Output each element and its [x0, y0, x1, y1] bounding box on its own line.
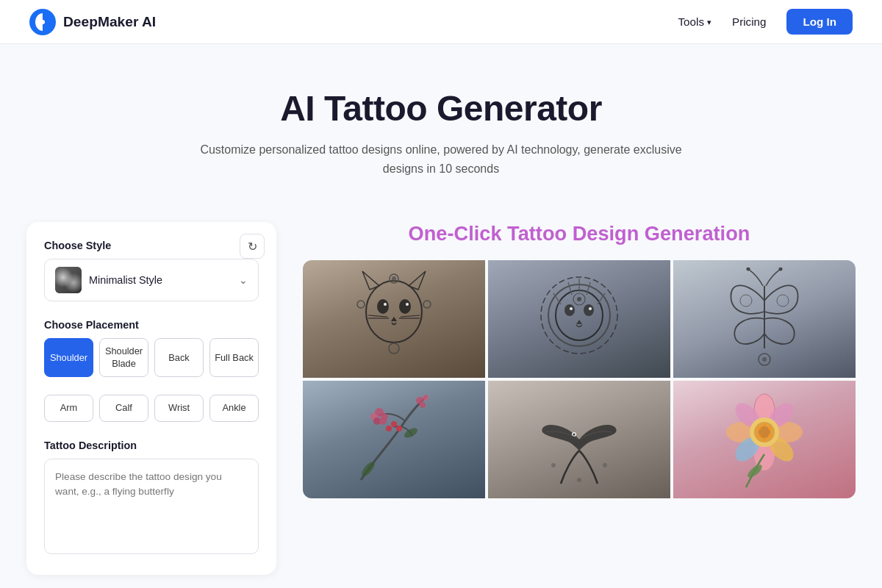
tattoo-overlay-butterfly [673, 260, 856, 378]
placement-full-back[interactable]: Full Back [209, 338, 259, 377]
svg-point-7 [384, 303, 387, 306]
svg-point-53 [577, 478, 581, 482]
style-name: Minimalist Style [89, 274, 162, 286]
brand-name: DeepMaker AI [63, 14, 156, 30]
svg-point-24 [570, 307, 573, 310]
style-dropdown[interactable]: Minimalist Style ⌄ [44, 259, 259, 301]
tattoo-cell-cherry-blossom[interactable] [303, 381, 485, 498]
hero-section: AI Tattoo Generator Customize personaliz… [0, 44, 882, 207]
svg-point-46 [386, 426, 392, 431]
tattoo-grid [303, 260, 856, 498]
svg-marker-9 [391, 317, 397, 321]
description-label: Tattoo Description [44, 440, 259, 451]
history-icon: ↻ [248, 240, 257, 254]
placement-shoulder[interactable]: Shoulder [44, 338, 93, 377]
svg-marker-4 [409, 271, 426, 290]
svg-point-28 [577, 297, 581, 301]
svg-point-71 [758, 427, 761, 430]
placement-ankle[interactable]: Ankle [209, 395, 259, 422]
svg-line-13 [401, 315, 420, 317]
tattoo-overlay-cherry [303, 381, 485, 498]
style-dropdown-left: Minimalist Style [55, 267, 162, 293]
history-button[interactable]: ↻ [240, 234, 265, 259]
svg-point-50 [573, 434, 576, 436]
svg-point-1 [40, 20, 45, 24]
description-input[interactable] [44, 459, 259, 554]
tattoo-cell-lion[interactable] [488, 260, 670, 378]
svg-point-70 [758, 434, 761, 437]
svg-point-2 [366, 281, 422, 343]
svg-point-20 [548, 284, 610, 346]
svg-point-68 [768, 434, 771, 437]
placement-wrist[interactable]: Wrist [154, 395, 204, 422]
placement-shoulder-blade[interactable]: Shoulder Blade [99, 338, 148, 377]
svg-point-43 [420, 402, 426, 408]
placement-calf[interactable]: Calf [99, 395, 148, 422]
svg-point-45 [396, 426, 402, 431]
svg-point-72 [746, 463, 764, 480]
style-thumbnail [55, 267, 82, 293]
svg-point-15 [392, 276, 396, 281]
svg-point-44 [391, 421, 397, 427]
svg-point-23 [584, 304, 594, 316]
login-button[interactable]: Log In [786, 9, 853, 35]
tools-label: Tools [678, 15, 704, 28]
svg-point-18 [389, 343, 399, 354]
svg-point-17 [423, 301, 431, 308]
svg-point-30 [740, 295, 752, 306]
placement-row1: Shoulder Shoulder Blade Back Full Back [44, 338, 259, 377]
svg-point-66 [763, 423, 766, 426]
svg-point-40 [379, 417, 387, 425]
chevron-down-icon: ⌄ [239, 274, 248, 286]
tattoo-overlay-color-flower [673, 381, 856, 498]
navbar: DeepMaker AI Tools ▾ Pricing Log In [0, 0, 882, 44]
tattoo-cell-bird[interactable] [488, 381, 670, 498]
svg-point-16 [357, 301, 365, 308]
svg-point-5 [377, 299, 389, 314]
tattoo-cell-cat[interactable] [303, 260, 485, 378]
svg-point-6 [399, 299, 411, 314]
svg-point-22 [564, 304, 575, 316]
svg-point-35 [762, 357, 767, 362]
svg-point-8 [406, 303, 409, 306]
main-content: ↻ Choose Style Minimalist Style ⌄ Choose… [0, 207, 882, 588]
tattoo-cell-color-flower[interactable] [673, 381, 856, 498]
choose-style-label: Choose Style [44, 240, 259, 251]
svg-point-48 [359, 460, 376, 478]
placement-arm[interactable]: Arm [44, 395, 93, 422]
svg-point-31 [777, 295, 789, 306]
right-panel: One-Click Tattoo Design Generation [276, 222, 856, 498]
tattoo-cell-butterfly[interactable] [673, 260, 856, 378]
tattoo-overlay-lion [488, 260, 670, 378]
config-panel: ↻ Choose Style Minimalist Style ⌄ Choose… [26, 222, 276, 575]
svg-line-11 [368, 315, 387, 317]
placement-back[interactable]: Back [154, 338, 204, 377]
tattoo-overlay-cat [303, 260, 485, 378]
svg-point-42 [423, 395, 429, 401]
svg-point-52 [603, 463, 607, 467]
page-title: AI Tattoo Generator [29, 88, 853, 129]
svg-point-67 [768, 427, 771, 430]
svg-point-25 [589, 307, 592, 310]
right-panel-title: One-Click Tattoo Design Generation [303, 222, 856, 245]
tools-chevron-icon: ▾ [707, 18, 711, 27]
svg-marker-3 [362, 271, 379, 290]
placement-row2: Arm Calf Wrist Ankle [44, 395, 259, 422]
choose-placement-label: Choose Placement [44, 319, 259, 331]
svg-point-69 [763, 438, 766, 441]
logo-icon [29, 9, 56, 35]
hero-subtitle: Customize personalized tattoo designs on… [184, 140, 698, 178]
logo-link[interactable]: DeepMaker AI [29, 9, 156, 35]
nav-right: Tools ▾ Pricing Log In [678, 9, 853, 35]
svg-point-51 [551, 463, 556, 467]
svg-marker-26 [576, 320, 582, 324]
pricing-link[interactable]: Pricing [732, 15, 766, 28]
tattoo-overlay-bird [488, 381, 670, 498]
style-thumb-img [55, 267, 82, 293]
tools-menu[interactable]: Tools ▾ [678, 15, 711, 28]
